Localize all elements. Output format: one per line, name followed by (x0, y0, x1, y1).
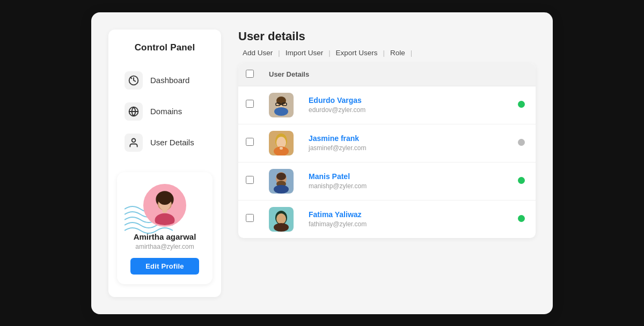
sidebar-item-label-dashboard: Dashboard (150, 76, 189, 85)
user-table-body: Edurdo Vargas edurdov@zyler.com Jasmine … (238, 86, 536, 238)
avatar (143, 184, 186, 227)
sep-1: | (277, 49, 281, 57)
svg-point-10 (155, 213, 175, 226)
user-name-1[interactable]: Jasmine frank (309, 134, 468, 143)
svg-point-9 (158, 192, 172, 205)
sidebar-item-domains[interactable]: Domains (117, 97, 213, 126)
table-row: Edurdo Vargas edurdov@zyler.com (238, 86, 536, 124)
import-user-button[interactable]: Import User (281, 49, 328, 57)
header-checkbox-cell (238, 63, 261, 86)
user-email-1: jasminef@zyler.com (309, 144, 367, 152)
profile-avatar-svg (145, 184, 185, 227)
status-dot-2 (518, 177, 525, 184)
svg-point-4 (132, 138, 136, 142)
user-avatar-3 (269, 207, 294, 232)
row-avatar-cell-2 (261, 162, 301, 200)
globe-icon (125, 102, 143, 121)
row-checkbox-2[interactable] (246, 176, 254, 184)
profile-email: amirthaa@zyler.com (135, 243, 194, 250)
row-status-cell-0 (475, 86, 536, 124)
sep-3: | (382, 49, 386, 57)
svg-point-32 (274, 223, 289, 232)
main-card: Control Panel Dashboard Domains (91, 12, 553, 314)
section-title: User details (238, 29, 536, 43)
user-name-3[interactable]: Fatima Yaliwaz (309, 210, 468, 219)
row-status-cell-1 (475, 124, 536, 162)
profile-name: Amirtha agarwal (134, 232, 196, 241)
right-panel: User details Add User | Import User | Ex… (238, 29, 536, 297)
user-name-2[interactable]: Manis Patel (309, 172, 468, 181)
user-avatar-1 (269, 131, 294, 155)
svg-rect-11 (162, 209, 167, 212)
row-avatar-cell-1 (261, 124, 301, 162)
row-checkbox-cell-1 (238, 124, 261, 162)
user-table: User Details Edurdo Vargas edurdov@zyl (238, 63, 536, 238)
row-status-cell-3 (475, 200, 536, 238)
sidebar-item-user-details[interactable]: User Details (117, 128, 213, 157)
panel-title: Control Panel (117, 42, 213, 53)
table-row: Fatima Yaliwaz fathimay@zyler.com (238, 200, 536, 238)
row-info-cell-2: Manis Patel manishp@zyler.com (301, 162, 475, 200)
role-button[interactable]: Role (386, 49, 409, 57)
svg-rect-23 (280, 147, 283, 150)
row-info-cell-3: Fatima Yaliwaz fathimay@zyler.com (301, 200, 475, 238)
export-users-button[interactable]: Export Users (332, 49, 382, 57)
select-all-checkbox[interactable] (246, 70, 254, 78)
table-row: Jasmine frank jasminef@zyler.com (238, 124, 536, 162)
row-status-cell-2 (475, 162, 536, 200)
row-avatar-cell-0 (261, 86, 301, 124)
row-checkbox-cell-3 (238, 200, 261, 238)
user-details-header: User Details (261, 63, 475, 86)
dashboard-icon (125, 71, 143, 90)
user-email-3: fathimay@zyler.com (309, 220, 367, 228)
user-avatar-2 (269, 169, 294, 194)
status-header (475, 63, 536, 86)
sep-4: | (409, 49, 413, 57)
svg-line-1 (130, 77, 131, 78)
row-checkbox-0[interactable] (246, 100, 254, 108)
status-dot-3 (518, 215, 525, 222)
svg-point-18 (274, 107, 288, 116)
user-email-0: edurdov@zyler.com (309, 106, 365, 114)
row-checkbox-1[interactable] (246, 138, 254, 146)
status-dot-0 (518, 101, 525, 108)
status-dot-1 (518, 139, 525, 146)
table-header-row: User Details (238, 63, 536, 86)
person-icon (125, 134, 143, 152)
row-info-cell-0: Edurdo Vargas edurdov@zyler.com (301, 86, 475, 124)
sidebar-item-label-domains: Domains (150, 107, 182, 116)
row-checkbox-3[interactable] (246, 214, 254, 222)
sep-2: | (327, 49, 331, 57)
svg-point-26 (276, 173, 286, 180)
sidebar-item-dashboard[interactable]: Dashboard (117, 66, 213, 95)
edit-profile-button[interactable]: Edit Profile (130, 258, 199, 275)
sidebar-item-label-user-details: User Details (150, 138, 194, 147)
user-email-2: manishp@zyler.com (309, 182, 367, 190)
add-user-button[interactable]: Add User (238, 49, 277, 57)
row-avatar-cell-3 (261, 200, 301, 238)
svg-point-31 (276, 213, 286, 224)
toolbar: Add User | Import User | Export Users | … (238, 49, 536, 57)
svg-point-28 (274, 185, 289, 194)
table-row: Manis Patel manishp@zyler.com (238, 162, 536, 200)
user-name-0[interactable]: Edurdo Vargas (309, 96, 468, 105)
user-avatar-0 (269, 93, 294, 117)
row-checkbox-cell-2 (238, 162, 261, 200)
profile-card: Amirtha agarwal amirthaa@zyler.com Edit … (117, 172, 213, 284)
left-panel: Control Panel Dashboard Domains (108, 29, 221, 297)
row-checkbox-cell-0 (238, 86, 261, 124)
row-info-cell-1: Jasmine frank jasminef@zyler.com (301, 124, 475, 162)
